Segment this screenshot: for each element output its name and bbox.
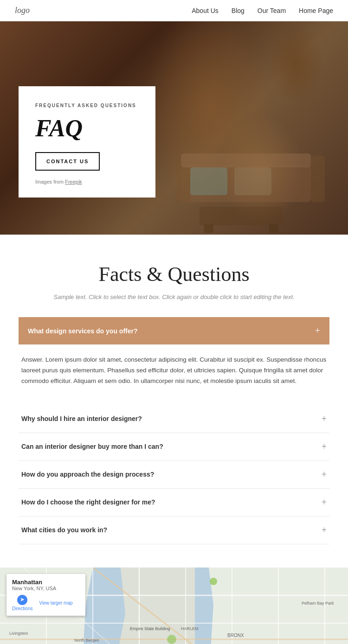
faq-item-4[interactable]: What cities do you work in? + <box>19 516 329 544</box>
faq-subtitle: Sample text. Click to select the text bo… <box>19 293 329 300</box>
svg-text:Pelham Bay Park: Pelham Bay Park <box>302 601 334 606</box>
svg-rect-2 <box>311 156 325 202</box>
svg-rect-7 <box>190 167 227 195</box>
faq-main-title: Facts & Questions <box>19 262 329 286</box>
nav-about-us[interactable]: About Us <box>192 7 219 14</box>
faq-toggle-icon-2: + <box>322 469 327 480</box>
contact-us-button[interactable]: CONTACT US <box>35 152 100 171</box>
faq-item-2[interactable]: How do you approach the design process? … <box>19 461 329 489</box>
faq-question-1: Can an interior designer buy more than I… <box>21 443 163 450</box>
svg-text:BRONX: BRONX <box>227 633 244 638</box>
map-popup-title: Manhattan <box>12 579 80 586</box>
faq-toggle-icon-3: + <box>322 497 327 508</box>
hero-section: FREQUENTLY ASKED QUESTIONS FAQ CONTACT U… <box>0 21 348 235</box>
view-larger-map-link[interactable]: View larger map <box>39 600 72 606</box>
svg-rect-4 <box>200 207 283 225</box>
faq-active-item[interactable]: What design services do you offer? + <box>19 317 329 344</box>
map-popup: Manhattan New York, NY, USA ➤ Directions… <box>6 574 85 616</box>
map-directions-button[interactable]: ➤ Directions <box>12 595 32 611</box>
nav-blog[interactable]: Blog <box>232 7 245 14</box>
faq-item-3[interactable]: How do I choose the right designer for m… <box>19 489 329 516</box>
svg-rect-3 <box>181 153 311 167</box>
faq-section: Facts & Questions Sample text. Click to … <box>0 235 348 554</box>
svg-text:Livingston: Livingston <box>9 631 28 636</box>
faq-item-1[interactable]: Can an interior designer buy more than I… <box>19 433 329 461</box>
svg-point-47 <box>210 578 217 585</box>
directions-icon: ➤ <box>17 595 27 605</box>
svg-rect-8 <box>234 167 271 195</box>
faq-question-3: How do I choose the right designer for m… <box>21 498 155 506</box>
navbar: logo About Us Blog Our Team Home Page <box>0 0 348 21</box>
faq-item-0[interactable]: Why should I hire an interior designer? … <box>19 405 329 433</box>
map-background: MANHATTAN BRONX QUEENS BROOKLYN Newark N… <box>0 567 348 644</box>
hero-decoration <box>153 77 348 235</box>
faq-toggle-icon-4: + <box>322 525 327 536</box>
svg-rect-5 <box>204 224 213 233</box>
hero-images-credit: Images from Freepik <box>35 179 139 185</box>
map-popup-address: New York, NY, USA <box>12 586 80 591</box>
svg-rect-6 <box>269 224 278 233</box>
hero-card: FREQUENTLY ASKED QUESTIONS FAQ CONTACT U… <box>19 86 155 198</box>
nav-our-team[interactable]: Our Team <box>258 7 286 14</box>
nav-links: About Us Blog Our Team Home Page <box>192 6 333 15</box>
svg-text:Empire State Building: Empire State Building <box>130 626 170 631</box>
logo: logo <box>15 6 30 15</box>
svg-text:HARLEM: HARLEM <box>181 626 199 631</box>
svg-text:North Bergen: North Bergen <box>74 638 99 643</box>
hero-title: FAQ <box>35 115 139 142</box>
map-popup-actions: ➤ Directions View larger map <box>12 595 80 611</box>
faq-active-question: What design services do you offer? <box>28 327 138 335</box>
faq-question-2: How do you approach the design process? <box>21 471 154 478</box>
faq-toggle-icon-1: + <box>322 441 327 452</box>
faq-question-0: Why should I hire an interior designer? <box>21 415 142 422</box>
map-section: MANHATTAN BRONX QUEENS BROOKLYN Newark N… <box>0 567 348 644</box>
nav-home-page[interactable]: Home Page <box>299 7 333 14</box>
freepik-link[interactable]: Freepik <box>65 179 82 185</box>
faq-question-4: What cities do you work in? <box>21 526 107 534</box>
svg-point-48 <box>167 635 176 644</box>
faq-active-toggle-icon: + <box>315 325 320 336</box>
hero-subtitle: FREQUENTLY ASKED QUESTIONS <box>35 103 139 108</box>
directions-label: Directions <box>12 606 32 611</box>
faq-active-answer: Answer. Lorem ipsum dolor sit amet, cons… <box>19 344 329 400</box>
faq-toggle-icon-0: + <box>322 414 327 424</box>
